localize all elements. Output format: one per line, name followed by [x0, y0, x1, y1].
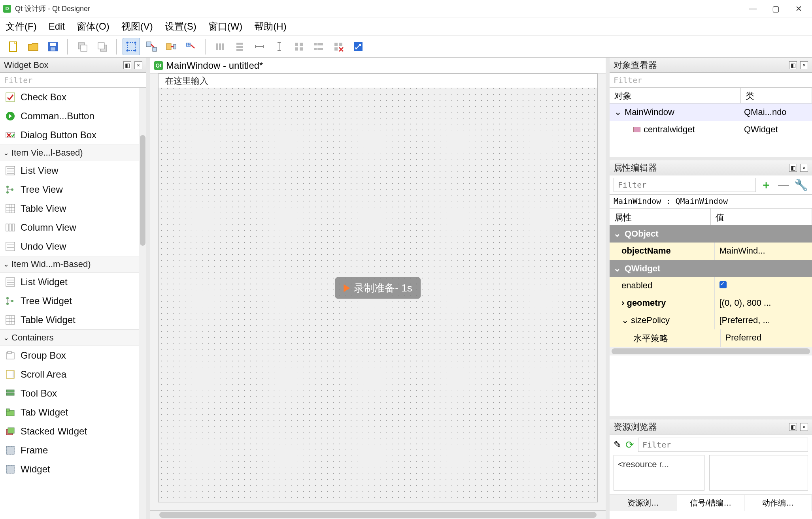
widget-item[interactable]: Frame: [0, 441, 146, 460]
tab-action-editor[interactable]: 动作编…: [744, 495, 812, 511]
property-row[interactable]: ⌄ sizePolicy[Preferred, ...: [610, 312, 812, 329]
close-icon[interactable]: ×: [134, 61, 142, 69]
property-value[interactable]: [(0, 0), 800 ...: [714, 295, 812, 312]
widget-item[interactable]: Column View: [0, 218, 146, 237]
widget-box-filter[interactable]: [0, 73, 146, 88]
prop-col-name[interactable]: 属性: [610, 209, 711, 225]
property-group[interactable]: ⌄QObject: [610, 225, 812, 243]
open-file-button[interactable]: [25, 38, 42, 55]
property-value[interactable]: [714, 277, 812, 295]
undock-icon[interactable]: ◧: [789, 61, 797, 69]
widget-item[interactable]: Widget: [0, 460, 146, 479]
bring-front-button[interactable]: [93, 38, 111, 55]
property-row[interactable]: › geometry[(0, 0), 800 ...: [610, 295, 812, 312]
send-back-button[interactable]: [74, 38, 91, 55]
widget-item[interactable]: Scroll Area: [0, 365, 146, 384]
category-label: Item Wid...m-Based): [11, 259, 91, 269]
save-file-button[interactable]: [44, 38, 62, 55]
add-property-button[interactable]: ＋: [759, 178, 773, 192]
widget-item[interactable]: Table Widget: [0, 310, 146, 329]
property-row[interactable]: enabled: [610, 277, 812, 295]
widget-item[interactable]: Comman...Button: [0, 107, 146, 126]
object-tree-row[interactable]: ⌄MainWindowQMai...ndo: [610, 103, 812, 121]
object-tree[interactable]: ⌄MainWindowQMai...ndocentralwidgetQWidge…: [610, 103, 812, 157]
canvas-h-scrollbar[interactable]: [150, 510, 606, 519]
tab-signal-slot-editor[interactable]: 信号/槽编…: [677, 495, 745, 511]
widget-item[interactable]: Tree View: [0, 180, 146, 199]
widget-item[interactable]: Dialog Button Box: [0, 126, 146, 145]
property-row[interactable]: objectNameMainWind...: [610, 243, 812, 260]
reload-resource-button[interactable]: ⟳: [625, 439, 634, 451]
break-layout-button[interactable]: [330, 38, 347, 55]
widget-item[interactable]: Stacked Widget: [0, 422, 146, 441]
layout-h-splitter-button[interactable]: [251, 38, 268, 55]
widget-category[interactable]: ⌄Item Wid...m-Based): [0, 256, 146, 273]
object-tree-row[interactable]: centralwidgetQWidget: [610, 121, 812, 138]
undock-icon[interactable]: ◧: [123, 61, 131, 69]
minimize-button[interactable]: —: [748, 4, 757, 13]
svg-rect-33: [334, 43, 338, 46]
layout-grid-button[interactable]: [290, 38, 308, 55]
form-menubar-placeholder[interactable]: 在这里输入: [159, 74, 597, 88]
layout-v-splitter-button[interactable]: [270, 38, 288, 55]
configure-icon[interactable]: 🔧: [794, 178, 808, 192]
adjust-size-button[interactable]: [349, 38, 367, 55]
widget-item[interactable]: Check Box: [0, 88, 146, 107]
layout-form-button[interactable]: [310, 38, 327, 55]
close-icon[interactable]: ×: [800, 423, 808, 431]
menu-edit[interactable]: Edit: [49, 21, 65, 32]
close-button[interactable]: ✕: [794, 4, 803, 13]
property-value[interactable]: [Preferred, ...: [714, 312, 812, 329]
edit-buddies-button[interactable]: [162, 38, 179, 55]
resource-tree[interactable]: <resource r...: [614, 455, 704, 491]
layout-horizontal-button[interactable]: [211, 38, 228, 55]
widget-list[interactable]: Check BoxComman...ButtonDialog Button Bo…: [0, 88, 146, 519]
new-file-button[interactable]: [5, 38, 22, 55]
widget-item[interactable]: Table View: [0, 199, 146, 218]
property-rows[interactable]: ⌄QObjectobjectNameMainWind...⌄QWidgetena…: [610, 225, 812, 347]
edit-signals-button[interactable]: [142, 38, 160, 55]
widget-item[interactable]: Group Box: [0, 346, 146, 365]
edit-resource-button[interactable]: ✎: [614, 439, 621, 450]
property-group[interactable]: ⌄QWidget: [610, 260, 812, 277]
menu-window[interactable]: 窗口(W): [208, 20, 243, 33]
maximize-button[interactable]: ▢: [771, 4, 780, 13]
widget-item[interactable]: Tab Widget: [0, 403, 146, 422]
property-value[interactable]: MainWind...: [714, 243, 812, 260]
edit-widgets-button[interactable]: [123, 38, 140, 55]
property-h-scrollbar[interactable]: [610, 347, 812, 355]
close-icon[interactable]: ×: [800, 164, 808, 172]
property-value[interactable]: Preferred: [720, 329, 812, 347]
property-filter[interactable]: [614, 178, 756, 192]
widget-item[interactable]: Tool Box: [0, 384, 146, 403]
menu-file[interactable]: 文件(F): [6, 20, 37, 33]
widget-category[interactable]: ⌄Containers: [0, 329, 146, 346]
remove-property-button[interactable]: —: [776, 178, 791, 192]
edit-tab-order-button[interactable]: 123: [182, 38, 199, 55]
form-design-area[interactable]: 在这里输入 录制准备- 1s: [158, 73, 598, 502]
menu-help[interactable]: 帮助(H): [254, 20, 286, 33]
checkbox-checked-icon[interactable]: [719, 281, 727, 288]
resource-filter[interactable]: [638, 438, 808, 452]
undock-icon[interactable]: ◧: [789, 164, 797, 172]
close-icon[interactable]: ×: [800, 61, 808, 69]
widget-category[interactable]: ⌄Item Vie...l-Based): [0, 145, 146, 161]
prop-col-value[interactable]: 值: [711, 209, 812, 225]
layout-vertical-button[interactable]: [231, 38, 248, 55]
object-inspector-filter[interactable]: [610, 73, 812, 88]
widget-item[interactable]: List View: [0, 161, 146, 180]
widget-item[interactable]: List Widget: [0, 273, 146, 291]
expand-icon[interactable]: ⌄: [614, 107, 621, 117]
menu-form[interactable]: 窗体(O): [77, 20, 110, 33]
menu-view[interactable]: 视图(V): [121, 20, 153, 33]
widget-item[interactable]: Tree Widget: [0, 291, 146, 310]
tab-resource-browser[interactable]: 资源浏…: [610, 495, 677, 511]
widget-item[interactable]: Undo View: [0, 237, 146, 256]
property-row[interactable]: 水平策略Preferred: [610, 329, 812, 347]
oi-col-class[interactable]: 类: [741, 88, 812, 103]
oi-col-object[interactable]: 对象: [610, 88, 741, 103]
menu-settings[interactable]: 设置(S): [165, 20, 196, 33]
form-window-title[interactable]: Qt MainWindow - untitled*: [150, 58, 606, 73]
widget-box-scrollbar[interactable]: [139, 88, 146, 519]
undock-icon[interactable]: ◧: [789, 423, 797, 431]
